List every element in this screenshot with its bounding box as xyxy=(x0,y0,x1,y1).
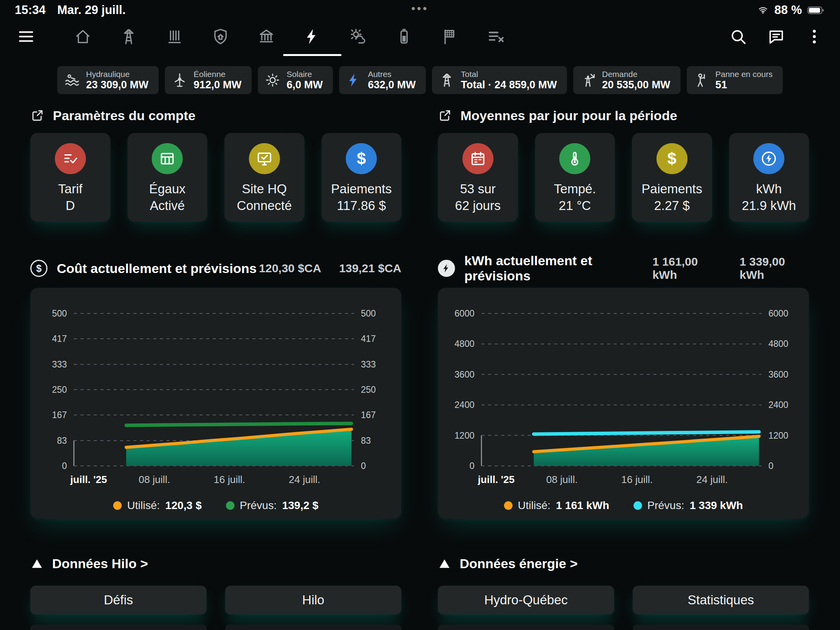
card-days[interactable]: 53 sur 62 jours xyxy=(438,133,518,222)
cost-chart-header: $ Coût actuellement et prévisions 120,30… xyxy=(30,259,401,278)
card-value: 62 jours xyxy=(455,197,500,214)
tab-bank[interactable] xyxy=(243,17,289,56)
legend-dot xyxy=(634,501,642,510)
svg-text:08 juill.: 08 juill. xyxy=(138,474,170,485)
production-chips-row: Hydraulique 23 309,0 MW Éolienne 912,0 M… xyxy=(0,66,840,94)
legend-label: Utilisé: xyxy=(127,499,160,512)
main-content: Paramètres du compte Tarif D Égaux Activ… xyxy=(0,107,840,614)
card-temperature[interactable]: Tempé. 21 °C xyxy=(535,133,615,222)
chip-solar[interactable]: Solaire 6,0 MW xyxy=(258,66,333,94)
card-value: Activé xyxy=(150,197,185,214)
card-tarif[interactable]: Tarif D xyxy=(30,133,110,222)
outage-worker-icon xyxy=(694,72,709,88)
tab-list-remove[interactable] xyxy=(473,17,519,56)
card-icon-circle: $ xyxy=(346,143,377,174)
chip-wind[interactable]: Éolienne 912,0 MW xyxy=(165,66,252,94)
statistiques-button[interactable]: Statistiques xyxy=(633,586,809,614)
svg-text:4800: 4800 xyxy=(768,339,788,349)
legend-value: 1 339 kWh xyxy=(690,499,743,512)
peek-card xyxy=(438,625,614,630)
chart-title: Coût actuellement et prévisions xyxy=(57,261,257,276)
svg-text:500: 500 xyxy=(52,308,67,318)
chip-value: 6,0 MW xyxy=(287,79,323,91)
hilo-data-link[interactable]: Données Hilo > xyxy=(30,555,401,572)
energy-data-link[interactable]: Données énergie > xyxy=(438,555,809,572)
thermometer-icon xyxy=(567,150,583,167)
kwh-chart[interactable]: 6000600048004800360036002400240012001200… xyxy=(438,288,809,519)
chip-total[interactable]: Total Total · 24 859,0 MW xyxy=(432,66,567,94)
chip-hydro[interactable]: Hydraulique 23 309,0 MW xyxy=(57,66,159,94)
hilo-button[interactable]: Hilo xyxy=(225,586,401,614)
more-vertical-icon[interactable] xyxy=(806,28,823,45)
chip-label: Demande xyxy=(602,69,670,79)
svg-text:3600: 3600 xyxy=(455,369,474,380)
chip-label: Total xyxy=(461,69,557,79)
dollar-icon: $ xyxy=(357,149,366,168)
chip-label: Solaire xyxy=(287,69,323,79)
card-icon-circle xyxy=(462,143,494,174)
svg-text:167: 167 xyxy=(361,410,376,420)
chip-demand[interactable]: Demande 20 535,00 MW xyxy=(573,66,681,94)
card-value: D xyxy=(66,197,75,214)
status-dots[interactable]: ••• xyxy=(411,2,429,15)
transmission-tower-icon xyxy=(120,28,138,46)
svg-text:417: 417 xyxy=(52,334,67,344)
chip-text: Éolienne 912,0 MW xyxy=(194,69,242,91)
card-value: 21.9 kWh xyxy=(742,197,796,214)
grid-table-icon xyxy=(159,150,175,167)
tab-heating[interactable] xyxy=(152,17,198,56)
list-remove-icon xyxy=(487,28,505,46)
svg-text:2400: 2400 xyxy=(768,400,788,410)
card-title: Égaux xyxy=(149,180,186,197)
tab-protection[interactable] xyxy=(198,17,243,56)
chip-value: 23 309,0 MW xyxy=(86,79,149,91)
card-kwh[interactable]: kWh 21.9 kWh xyxy=(729,133,809,222)
svg-text:08 juill.: 08 juill. xyxy=(546,474,578,485)
forecast-total: 139,21 $CA xyxy=(339,262,401,275)
card-title: Paiements xyxy=(331,180,392,197)
menu-button[interactable] xyxy=(17,17,50,56)
tab-challenges[interactable] xyxy=(427,17,473,56)
chip-label: Hydraulique xyxy=(86,69,149,79)
card-icon-circle: $ xyxy=(656,143,688,174)
card-paiements[interactable]: $ Paiements 117.86 $ xyxy=(322,133,402,222)
chip-label: Autres xyxy=(368,69,416,79)
defis-button[interactable]: Défis xyxy=(30,586,206,614)
peek-right xyxy=(438,625,809,630)
tab-energy[interactable] xyxy=(289,17,335,56)
wifi-icon xyxy=(757,5,769,15)
legend-label: Prévus: xyxy=(240,499,277,512)
kwh-chart-legend: Utilisé: 1 161 kWh Prévus: 1 339 kWh xyxy=(438,499,809,512)
chip-label: Panne en cours xyxy=(716,69,773,79)
card-value: 117.86 $ xyxy=(337,197,386,214)
section-title-text: Paramètres du compte xyxy=(53,108,196,123)
messages-icon[interactable] xyxy=(768,28,785,45)
legend-item-forecast: Prévus: 1 339 kWh xyxy=(634,499,743,512)
account-cards: Tarif D Égaux Activé Site HQ Connecté $ xyxy=(30,133,401,222)
svg-text:24 juill.: 24 juill. xyxy=(289,474,320,485)
left-column: Paramètres du compte Tarif D Égaux Activ… xyxy=(30,107,401,614)
heating-icon xyxy=(166,28,184,46)
svg-text:24 juill.: 24 juill. xyxy=(696,474,728,485)
tab-network[interactable] xyxy=(106,17,152,56)
tab-home[interactable] xyxy=(60,17,106,56)
card-title: Paiements xyxy=(642,180,702,197)
card-title: Site HQ xyxy=(242,180,287,197)
card-paiements-avg[interactable]: $ Paiements 2.27 $ xyxy=(632,133,712,222)
card-egaux[interactable]: Égaux Activé xyxy=(128,133,208,222)
tab-battery[interactable] xyxy=(381,17,427,56)
averages-section-header: Moyennes par jour pour la période xyxy=(438,107,809,124)
chip-others[interactable]: Autres 632,0 MW xyxy=(339,66,426,94)
svg-text:167: 167 xyxy=(52,410,67,420)
svg-text:333: 333 xyxy=(361,359,376,369)
search-icon[interactable] xyxy=(730,28,747,45)
svg-text:3600: 3600 xyxy=(768,369,788,380)
bolt-glyph xyxy=(441,263,452,273)
hydro-quebec-button[interactable]: Hydro-Québec xyxy=(438,586,614,614)
card-site-hq[interactable]: Site HQ Connecté xyxy=(224,133,304,222)
chip-outages[interactable]: Panne en cours 51 xyxy=(687,66,783,94)
cost-chart[interactable]: 500500417417333333250250167167838300juil… xyxy=(30,288,401,519)
legend-dot xyxy=(504,501,513,510)
tab-weather[interactable] xyxy=(335,17,381,56)
chip-value: 632,0 MW xyxy=(368,79,416,91)
